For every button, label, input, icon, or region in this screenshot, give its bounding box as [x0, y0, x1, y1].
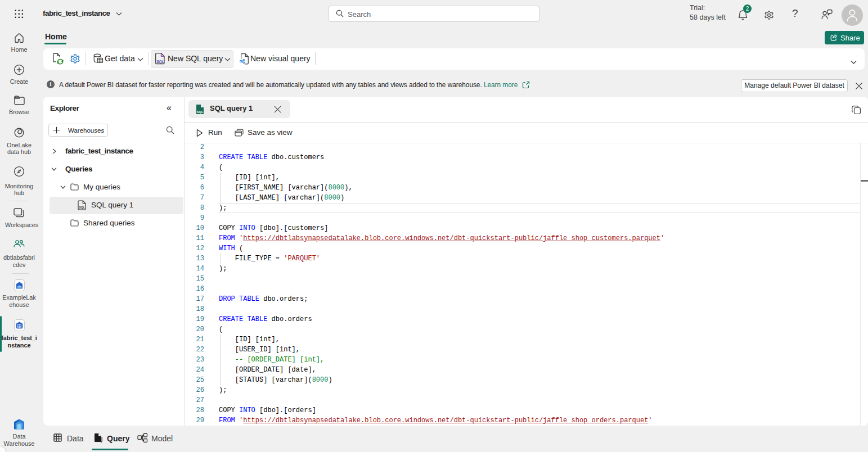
- svg-text:SQL: SQL: [79, 206, 86, 209]
- svg-text:SQL: SQL: [157, 60, 164, 64]
